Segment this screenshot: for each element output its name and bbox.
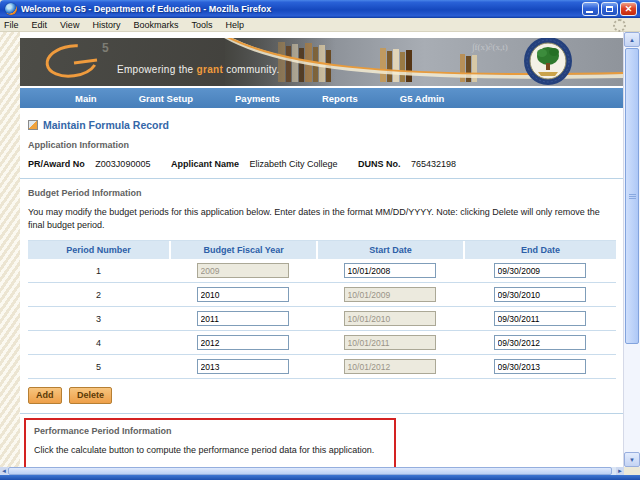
section-divider xyxy=(20,178,624,179)
start-date-input xyxy=(344,311,436,326)
add-button[interactable]: Add xyxy=(28,387,62,404)
budget-period-description: You may modify the budget periods for th… xyxy=(28,206,616,232)
fiscal-year-input xyxy=(197,263,289,278)
applicant-name-label: Applicant Name xyxy=(171,159,239,169)
close-button[interactable]: ✕ xyxy=(620,2,637,16)
nav-grant-setup[interactable]: Grant Setup xyxy=(118,93,214,104)
page-content: ∫f(x)∂(x,t) 5 xyxy=(20,32,624,467)
col-period-number: Period Number xyxy=(28,241,169,259)
fiscal-year-input[interactable] xyxy=(197,287,289,302)
table-row: 5 xyxy=(28,355,616,379)
table-row: 2 xyxy=(28,283,616,307)
table-actions: Add Delete xyxy=(28,387,616,404)
end-date-input[interactable] xyxy=(494,287,586,302)
title-bar[interactable]: Welcome to G5 - Department of Education … xyxy=(0,0,640,18)
fiscal-year-input[interactable] xyxy=(197,311,289,326)
menu-history[interactable]: History xyxy=(92,20,120,30)
vertical-scroll-thumb[interactable] xyxy=(625,48,639,344)
nav-g5-admin[interactable]: G5 Admin xyxy=(379,93,466,104)
scrollbar-corner xyxy=(624,467,640,475)
formula-overlay-text: ∫f(x)∂(x,t) xyxy=(471,42,508,53)
restore-button[interactable] xyxy=(601,2,618,16)
start-date-input xyxy=(344,335,436,350)
pr-award-label: PR/Award No xyxy=(28,159,85,169)
application-info-row: PR/Award No Z003J090005 Applicant Name E… xyxy=(28,159,616,169)
nav-payments[interactable]: Payments xyxy=(214,93,301,104)
tagline-grant-word: grant xyxy=(197,64,224,75)
period-number-cell: 1 xyxy=(28,266,169,276)
page-body: Maintain Formula Record Application Info… xyxy=(20,108,624,467)
period-number-cell: 5 xyxy=(28,362,169,372)
page-title: Maintain Formula Record xyxy=(43,119,169,131)
window-title: Welcome to G5 - Department of Education … xyxy=(21,4,582,14)
budget-period-table: Period Number Budget Fiscal Year Start D… xyxy=(28,240,616,379)
col-start-date: Start Date xyxy=(316,241,463,259)
main-nav: Main Grant Setup Payments Reports G5 Adm… xyxy=(20,88,624,108)
banner-art: ∫f(x)∂(x,t) 5 xyxy=(20,38,624,86)
throbber-icon xyxy=(613,19,626,32)
scroll-right-button[interactable]: ► xyxy=(616,467,624,475)
start-date-input xyxy=(344,287,436,302)
department-of-education-seal-icon xyxy=(524,38,572,85)
table-row: 4 xyxy=(28,331,616,355)
delete-button[interactable]: Delete xyxy=(69,387,112,404)
menu-file[interactable]: File xyxy=(4,20,19,30)
table-row: 3 xyxy=(28,307,616,331)
fiscal-year-input[interactable] xyxy=(197,335,289,350)
horizontal-scrollbar[interactable]: ◄ ► xyxy=(0,467,624,475)
end-date-input[interactable] xyxy=(494,359,586,374)
page-viewport: ∫f(x)∂(x,t) 5 xyxy=(0,32,640,467)
col-end-date: End Date xyxy=(463,241,616,259)
application-information-heading: Application Information xyxy=(28,140,616,150)
col-budget-fiscal-year: Budget Fiscal Year xyxy=(169,241,316,259)
applicant-name-value: Elizabeth City College xyxy=(249,159,337,169)
end-date-input[interactable] xyxy=(494,311,586,326)
section-divider xyxy=(20,413,624,414)
nav-reports[interactable]: Reports xyxy=(301,93,379,104)
scroll-down-button[interactable]: ▼ xyxy=(624,452,640,467)
g5-banner: ∫f(x)∂(x,t) 5 xyxy=(20,38,624,86)
scroll-left-button[interactable]: ◄ xyxy=(0,467,8,475)
table-row: 1 xyxy=(28,259,616,283)
menu-tools[interactable]: Tools xyxy=(191,20,212,30)
banner-tagline: Empowering the grant community. xyxy=(117,64,280,75)
window-bottom-border xyxy=(0,475,640,480)
period-number-cell: 2 xyxy=(28,290,169,300)
vertical-scrollbar[interactable]: ▲ ▼ xyxy=(623,32,640,467)
maintain-formula-record-icon xyxy=(28,120,38,130)
g5-logo xyxy=(45,43,99,80)
performance-period-heading: Performance Period Information xyxy=(34,426,386,436)
duns-value: 765432198 xyxy=(411,159,456,169)
performance-period-highlight-box: Performance Period Information Click the… xyxy=(24,418,396,467)
fiscal-year-input[interactable] xyxy=(197,359,289,374)
horizontal-scroll-thumb[interactable] xyxy=(8,467,612,475)
menu-help[interactable]: Help xyxy=(225,20,244,30)
menu-view[interactable]: View xyxy=(60,20,79,30)
performance-period-description: Click the calculate button to compute th… xyxy=(34,444,386,457)
menu-bookmarks[interactable]: Bookmarks xyxy=(133,20,178,30)
duns-label: DUNS No. xyxy=(358,159,401,169)
menu-edit[interactable]: Edit xyxy=(32,20,48,30)
firefox-icon xyxy=(5,3,17,15)
minimize-button[interactable] xyxy=(582,2,599,16)
page-title-row: Maintain Formula Record xyxy=(28,119,616,131)
g5-logo-number: 5 xyxy=(102,41,109,55)
menu-bar: File Edit View History Bookmarks Tools H… xyxy=(0,18,640,32)
start-date-input xyxy=(344,359,436,374)
budget-period-heading: Budget Period Information xyxy=(28,188,616,198)
period-number-cell: 3 xyxy=(28,314,169,324)
scroll-up-button[interactable]: ▲ xyxy=(624,32,640,47)
end-date-input[interactable] xyxy=(494,263,586,278)
end-date-input[interactable] xyxy=(494,335,586,350)
nav-main[interactable]: Main xyxy=(54,93,118,104)
period-number-cell: 4 xyxy=(28,338,169,348)
start-date-input[interactable] xyxy=(344,263,436,278)
browser-window: Welcome to G5 - Department of Education … xyxy=(0,0,640,480)
table-header-row: Period Number Budget Fiscal Year Start D… xyxy=(28,241,616,259)
pr-award-value: Z003J090005 xyxy=(95,159,150,169)
